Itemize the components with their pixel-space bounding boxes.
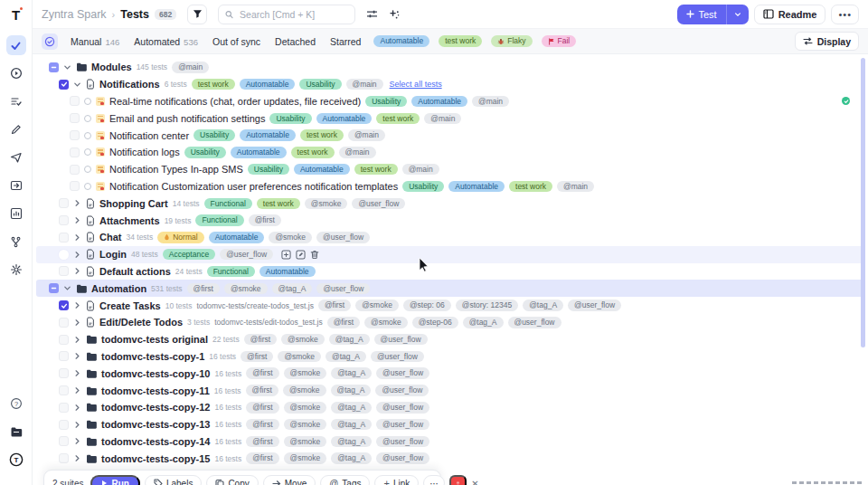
link-button[interactable]: + Link [374,475,419,485]
row-tag[interactable]: @smoke [284,436,327,448]
row-tag[interactable]: @tag_A [272,283,313,295]
row-tag[interactable]: @tag_A [331,452,372,464]
row-tag[interactable]: Usability [248,164,289,176]
chevron-right-icon[interactable] [73,421,81,429]
row-tag[interactable]: Automatable [240,129,296,141]
row-checkbox[interactable] [70,96,80,106]
row-tag[interactable]: test work [354,164,398,176]
row-checkbox[interactable] [70,181,80,191]
row-tag[interactable]: Automatable [294,164,350,176]
vertical-scrollbar[interactable] [861,58,865,347]
row-tag[interactable]: @first [318,300,351,311]
row-tag[interactable]: @tag_A [331,419,372,431]
row-checkbox[interactable] [59,335,69,345]
row-tag[interactable]: @tag_A [329,334,370,346]
help-button[interactable]: ? [6,394,26,414]
delete-suite-button[interactable] [310,250,319,260]
test-row[interactable]: Notification centerUsabilityAutomatablet… [36,127,864,144]
filter-tag-automatable[interactable]: Automatable [373,35,429,47]
labels-button[interactable]: Labels [145,475,202,485]
row-label[interactable]: Shopping Cart [99,198,168,209]
display-button[interactable]: Display [795,32,859,51]
sidebar-item-branches[interactable] [6,232,26,252]
folder-row[interactable]: todomvc-tests-copy-1516 tests@first@smok… [36,450,864,467]
row-tag[interactable]: @user_flow [375,385,429,396]
row-checkbox[interactable] [59,80,69,90]
row-tag[interactable]: @smoke [283,385,326,396]
row-checkbox[interactable] [59,420,69,430]
sidebar-item-compose[interactable] [6,119,26,139]
row-checkbox[interactable] [59,250,69,260]
test-row[interactable]: Notification Types In-app SMSUsabilityAu… [36,161,864,178]
row-label[interactable]: Attachments [99,215,160,226]
row-tag[interactable]: Automatable [259,266,316,278]
chevron-right-icon[interactable] [73,404,81,412]
move-button[interactable]: Move [263,475,316,485]
row-checkbox[interactable] [70,113,80,123]
row-tag[interactable]: @smoke [364,317,408,328]
row-tag[interactable]: Automatable [411,96,467,108]
filter-item-automated[interactable]: Automated536 [134,36,198,47]
suite-row[interactable]: Edit/Delete Todos3 teststodomvc-tests/ed… [36,314,864,331]
row-tag[interactable]: Automatable [316,113,373,125]
row-tag[interactable]: @user_flow [352,198,405,210]
row-checkbox[interactable] [59,385,69,395]
row-label[interactable]: Automation [91,283,146,294]
row-tag[interactable]: @first [241,351,273,363]
row-tag[interactable]: @first [246,452,278,464]
sidebar-item-tests[interactable] [6,35,26,55]
filter-item-detached[interactable]: Detached [275,36,316,47]
test-row[interactable]: Email and push notification settingsUsab… [36,109,864,127]
app-logo[interactable]: T [12,7,20,23]
row-tag[interactable]: Usability [184,147,226,158]
row-tag[interactable]: Acceptance [163,249,215,261]
row-tag[interactable]: @smoke [284,452,327,464]
row-tag[interactable]: @user_flow [376,367,429,379]
sidebar-item-settings[interactable] [6,260,26,280]
row-label[interactable]: Default actions [99,266,171,277]
row-tag[interactable]: Usability [193,129,235,141]
suite-row[interactable]: Create Tasks10 teststodomvc-tests/create… [36,297,864,314]
row-tag[interactable]: @main [402,164,439,176]
row-tag[interactable]: @first [246,367,278,379]
row-tag[interactable]: @first [327,317,360,328]
row-label[interactable]: todomvc-tests-copy-14 [101,436,210,447]
row-tag[interactable]: @smoke [269,232,312,243]
folder-row[interactable]: todomvc-tests-copy-1216 tests@first@smok… [36,399,864,416]
row-tag[interactable]: @user_flow [220,249,273,261]
row-checkbox[interactable] [59,300,69,310]
actionbar-more-button[interactable]: ⋯ [423,475,445,485]
chevron-right-icon[interactable] [73,352,81,360]
suite-row[interactable]: Login48 testsAcceptance@user_flow [36,246,864,263]
row-tag[interactable]: Usability [402,181,444,193]
row-tag[interactable]: @main [348,129,385,141]
row-label[interactable]: Notifications [99,79,160,90]
view-settings-button[interactable] [366,9,378,19]
row-tag[interactable]: @user_flow [376,452,429,464]
row-tag[interactable]: @story: 12345 [456,300,518,311]
row-tag[interactable]: @smoke [284,419,327,431]
row-label[interactable]: Notification Types In-app SMS [109,164,243,175]
row-tag[interactable]: @smoke [284,367,327,379]
row-tag[interactable]: @user_flow [376,419,429,431]
row-label[interactable]: todomvc-tests-copy-1 [101,351,204,362]
row-tag[interactable]: @user_flow [508,317,561,328]
row-tag[interactable]: Automatable [448,181,505,193]
row-tag[interactable]: test work [257,198,300,210]
row-tag[interactable]: @user_flow [376,402,429,414]
row-checkbox[interactable] [59,266,69,276]
row-tag[interactable]: Usability [299,79,341,90]
row-label[interactable]: Notification center [109,130,189,141]
chevron-right-icon[interactable] [73,336,81,344]
row-checkbox[interactable] [70,147,80,157]
row-checkbox[interactable] [59,368,69,378]
row-tag[interactable]: Functional [195,214,243,226]
row-label[interactable]: todomvc-tests-copy-12 [101,402,210,413]
folder-row[interactable]: todomvc-tests original22 tests@first@smo… [36,331,864,348]
row-tag[interactable]: @first [246,402,278,414]
sidebar-item-pulse[interactable] [6,147,26,167]
row-label[interactable]: Notification Customization user preferen… [109,181,398,192]
row-tag[interactable]: @smoke [284,402,327,414]
ai-create-button[interactable] [389,9,400,20]
row-tag[interactable]: @tag_A [331,367,372,379]
